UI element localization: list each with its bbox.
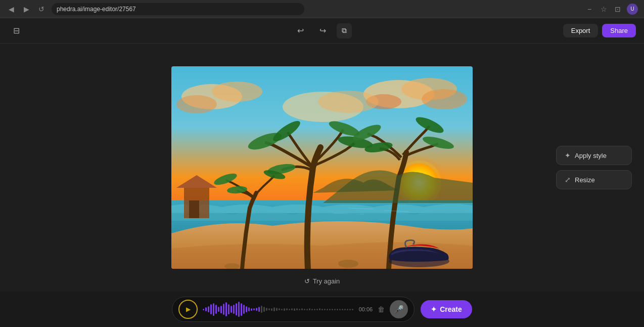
waveform-bar <box>210 304 212 314</box>
right-panel: ✦ Apply style ⤢ Resize <box>556 146 632 189</box>
waveform-bar <box>231 306 232 313</box>
waveform-bar <box>294 308 295 311</box>
waveform-bar <box>208 306 209 312</box>
waveform-bar <box>291 308 293 310</box>
waveform-bar <box>319 308 320 310</box>
resize-button[interactable]: ⤢ Resize <box>556 170 632 189</box>
user-avatar[interactable]: U <box>627 4 638 15</box>
url-bar[interactable]: phedra.ai/image-editor/27567 <box>52 3 304 15</box>
apply-style-icon: ✦ <box>565 151 571 159</box>
waveform-bar <box>263 307 265 312</box>
svg-point-6 <box>422 89 467 109</box>
waveform-bar <box>213 303 214 316</box>
bottom-bar: ↺ Try again ▶ 00:06 🗑 🎤 ✦ Create <box>0 292 644 327</box>
toolbar-left: ⊟ <box>8 23 24 39</box>
app-container: ⊟ ↩ ↪ ⧉ Export Share <box>0 18 644 327</box>
waveform-bar <box>337 309 338 310</box>
waveform-bar <box>289 309 290 310</box>
mic-button[interactable]: 🎤 <box>390 300 408 318</box>
waveform-bar <box>311 309 313 310</box>
url-text: phedra.ai/image-editor/27567 <box>57 6 136 13</box>
waveform-bar <box>324 309 326 310</box>
toolbar-center: ↩ ↪ ⧉ <box>292 23 352 39</box>
svg-point-9 <box>318 91 379 113</box>
waveform-bar <box>309 308 310 310</box>
waveform[interactable] <box>203 302 353 317</box>
star-icon[interactable]: ☆ <box>599 4 609 14</box>
waveform-bar <box>225 302 227 316</box>
waveform-bar <box>238 302 240 317</box>
waveform-bar <box>279 308 280 310</box>
waveform-bar <box>271 308 272 311</box>
waveform-bar <box>304 309 305 310</box>
waveform-bar <box>273 307 275 311</box>
resize-icon: ⤢ <box>565 176 571 184</box>
redo-button[interactable]: ↪ <box>314 23 331 39</box>
waveform-bar <box>220 306 222 313</box>
waveform-bar <box>347 309 348 310</box>
canvas-area: ✦ Apply style ⤢ Resize <box>0 44 644 292</box>
apply-style-button[interactable]: ✦ Apply style <box>556 146 632 165</box>
forward-button[interactable]: ▶ <box>21 4 31 14</box>
waveform-bar <box>205 307 207 311</box>
waveform-bar <box>314 309 315 310</box>
waveform-bar <box>203 309 204 310</box>
try-again-button[interactable]: ↺ Try again <box>304 277 340 285</box>
toolbar-right: Export Share <box>563 24 636 37</box>
play-icon: ▶ <box>185 306 191 312</box>
svg-point-32 <box>338 260 358 268</box>
undo-button[interactable]: ↩ <box>292 23 308 39</box>
svg-point-3 <box>176 95 217 113</box>
mic-icon: 🎤 <box>394 305 404 314</box>
svg-rect-18 <box>189 200 199 218</box>
delete-button[interactable]: 🗑 <box>378 305 385 313</box>
sidebar-toggle-button[interactable]: ⊟ <box>8 23 24 39</box>
waveform-bar <box>344 309 346 310</box>
waveform-bar <box>342 309 343 310</box>
waveform-bar <box>241 303 242 316</box>
waveform-bar <box>215 305 217 314</box>
waveform-bar <box>223 304 224 315</box>
waveform-bar <box>349 309 351 310</box>
waveform-bar <box>306 309 308 310</box>
waveform-bar <box>296 308 298 310</box>
play-button[interactable]: ▶ <box>178 300 198 319</box>
waveform-bar <box>251 308 252 311</box>
waveform-bar <box>276 308 278 311</box>
svg-point-2 <box>212 81 262 102</box>
audio-player: ▶ 00:06 🗑 🎤 <box>172 297 415 322</box>
waveform-bar <box>233 305 235 314</box>
share-button[interactable]: Share <box>602 24 636 37</box>
waveform-bar <box>339 309 341 310</box>
create-icon: ✦ <box>431 305 437 313</box>
time-display: 00:06 <box>359 306 373 312</box>
waveform-bar <box>299 309 300 310</box>
waveform-bar <box>281 309 283 310</box>
back-button[interactable]: ◀ <box>6 4 16 14</box>
refresh-button[interactable]: ↺ <box>36 4 47 14</box>
waveform-bar <box>218 307 219 312</box>
canvas-image <box>171 66 473 269</box>
waveform-bar <box>248 307 250 311</box>
zoom-decrease-icon[interactable]: − <box>584 4 594 14</box>
waveform-bar <box>246 306 247 312</box>
screenshot-icon[interactable]: ⊡ <box>613 4 623 14</box>
waveform-bar <box>329 309 331 310</box>
layers-button[interactable]: ⧉ <box>337 23 352 38</box>
toolbar: ⊟ ↩ ↪ ⧉ Export Share <box>0 18 644 44</box>
waveform-bar <box>352 309 353 310</box>
waveform-bar <box>258 307 260 312</box>
try-again-label: Try again <box>313 277 340 285</box>
waveform-bar <box>236 303 237 315</box>
canvas-image-wrapper <box>171 66 473 269</box>
waveform-bar <box>316 309 318 310</box>
waveform-bar <box>334 309 336 310</box>
waveform-bar <box>268 308 270 310</box>
waveform-bar <box>243 305 245 314</box>
waveform-bar <box>266 308 267 311</box>
create-button[interactable]: ✦ Create <box>421 300 472 318</box>
browser-actions: − ☆ ⊡ U <box>584 4 638 15</box>
waveform-bar <box>253 308 255 310</box>
waveform-bar <box>332 309 333 310</box>
export-button[interactable]: Export <box>563 24 599 37</box>
